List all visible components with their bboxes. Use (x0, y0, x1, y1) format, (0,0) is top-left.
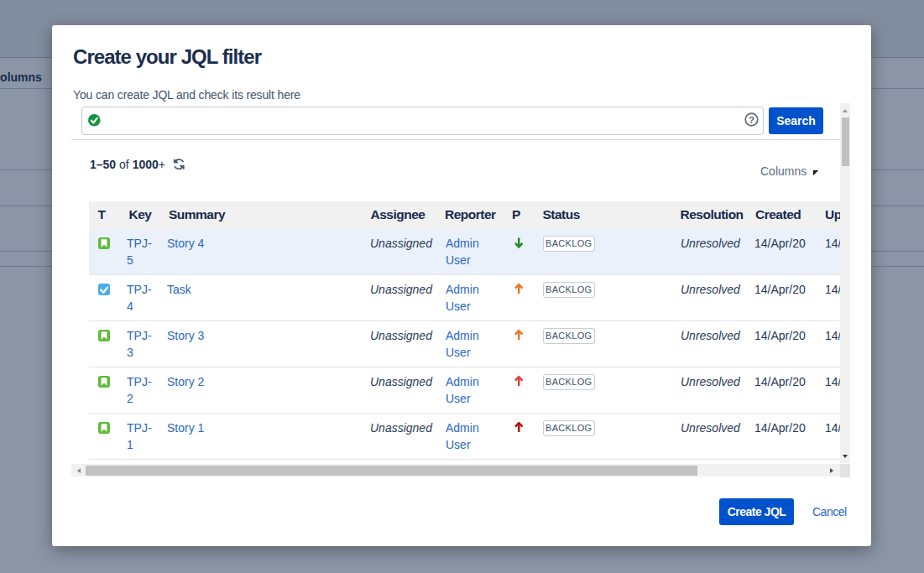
svg-text:?: ? (749, 115, 754, 125)
